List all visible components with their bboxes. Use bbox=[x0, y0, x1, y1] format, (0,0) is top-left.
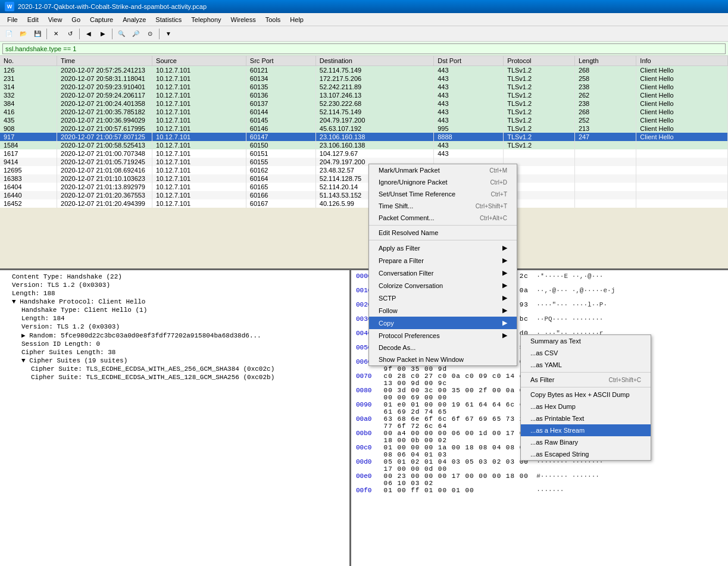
context-menu-item[interactable]: Time Shift...Ctrl+Shift+T bbox=[369, 200, 517, 212]
tree-item[interactable]: Session ID Length: 0 bbox=[2, 340, 347, 348]
context-menu-item[interactable]: Prepare a Filter▶ bbox=[369, 254, 517, 267]
table-row[interactable]: 3842020-12-07 21:00:24.40135810.12.7.101… bbox=[0, 99, 728, 108]
copy-submenu-item[interactable]: ...as a Hex Stream bbox=[521, 424, 651, 436]
col-time[interactable]: Time bbox=[57, 56, 152, 66]
context-menu-item[interactable]: Show Packet in New Window bbox=[369, 354, 517, 365]
copy-submenu-item[interactable]: ...as YAML bbox=[521, 359, 651, 371]
open-btn[interactable]: 📂 bbox=[17, 27, 30, 40]
tree-item[interactable]: Version: TLS 1.2 (0x0303) bbox=[2, 323, 347, 331]
tree-item[interactable]: ▶ Random: 5fce980d22c3bc03a0d0e8f3fdf772… bbox=[2, 331, 347, 340]
filter-input[interactable] bbox=[2, 43, 726, 54]
sep3 bbox=[112, 29, 113, 39]
tree-item[interactable]: Length: 184 bbox=[2, 314, 347, 323]
table-row[interactable]: 1262020-12-07 20:57:25.24121310.12.7.101… bbox=[0, 66, 728, 75]
table-row[interactable]: 164042020-12-07 21:01:13.89297910.12.7.1… bbox=[0, 183, 728, 191]
zoom-out-btn[interactable]: 🔎 bbox=[129, 27, 142, 40]
col-info[interactable]: Info bbox=[636, 56, 728, 66]
close-btn[interactable]: ✕ bbox=[49, 27, 63, 40]
menu-view[interactable]: View bbox=[43, 15, 67, 24]
context-menu-item[interactable]: Packet Comment...Ctrl+Alt+C bbox=[369, 212, 517, 224]
menu-analyze[interactable]: Analyze bbox=[118, 15, 151, 24]
fwd-btn[interactable]: ▶ bbox=[96, 27, 110, 40]
context-menu-item[interactable]: Mark/Unmark PacketCtrl+M bbox=[369, 164, 517, 176]
context-menu-item[interactable]: Apply as Filter▶ bbox=[369, 242, 517, 254]
col-src[interactable]: Source bbox=[152, 56, 246, 66]
menu-capture[interactable]: Capture bbox=[85, 15, 118, 24]
zoom-reset-btn[interactable]: ⊙ bbox=[143, 27, 157, 40]
col-dstport[interactable]: Dst Port bbox=[434, 56, 504, 66]
table-row[interactable]: 9172020-12-07 21:00:57.80712510.12.7.101… bbox=[0, 133, 728, 141]
table-row[interactable]: 2312020-12-07 20:58:31.11804110.12.7.101… bbox=[0, 74, 728, 83]
table-row[interactable]: 163832020-12-07 21:01:10.10362310.12.7.1… bbox=[0, 174, 728, 183]
col-no[interactable]: No. bbox=[0, 56, 57, 66]
menu-item-label: SCTP bbox=[379, 295, 396, 302]
menu-telephony[interactable]: Telephony bbox=[186, 15, 226, 24]
tree-item[interactable]: Content Type: Handshake (22) bbox=[2, 273, 347, 281]
tree-item[interactable]: Cipher Suite: TLS_ECDHE_ECDSA_WITH_AES_2… bbox=[2, 365, 347, 373]
tree-item[interactable]: Cipher Suites Length: 38 bbox=[2, 348, 347, 357]
menu-tools[interactable]: Tools bbox=[261, 15, 286, 24]
context-menu-item[interactable]: SCTP▶ bbox=[369, 292, 517, 304]
table-row[interactable]: 3322020-12-07 20:59:24.20611710.12.7.101… bbox=[0, 91, 728, 99]
col-srcport[interactable]: Src Port bbox=[246, 56, 315, 66]
sep2 bbox=[79, 29, 80, 39]
save-btn[interactable]: 💾 bbox=[31, 27, 44, 40]
tree-item[interactable]: ▼ Handshake Protocol: Client Hello bbox=[2, 298, 347, 306]
col-len[interactable]: Length bbox=[574, 56, 636, 66]
submenu-arrow: ▶ bbox=[502, 307, 507, 314]
copy-submenu-item[interactable]: Copy Bytes as Hex + ASCII Dump bbox=[521, 389, 651, 401]
new-btn[interactable]: 📄 bbox=[2, 27, 15, 40]
context-menu-item[interactable]: Protocol Preferences▶ bbox=[369, 329, 517, 342]
hex-bytes: 05 01 02 01 04 03 05 03 02 03 00 17 00 0… bbox=[384, 458, 533, 473]
filter-bar bbox=[0, 42, 728, 56]
menu-help[interactable]: Help bbox=[285, 15, 308, 24]
filter-btn[interactable]: ▼ bbox=[162, 27, 175, 40]
col-proto[interactable]: Protocol bbox=[504, 56, 575, 66]
col-dst[interactable]: Destination bbox=[315, 56, 433, 66]
context-menu-item[interactable]: Copy▶ bbox=[369, 317, 517, 329]
copy-submenu-item[interactable]: ...as CSV bbox=[521, 347, 651, 359]
table-row[interactable]: 164522020-12-07 21:01:20.49439910.12.7.1… bbox=[0, 199, 728, 208]
copy-submenu-item[interactable]: As FilterCtrl+Shift+C bbox=[521, 374, 651, 386]
tree-item[interactable]: Version: TLS 1.2 (0x0303) bbox=[2, 281, 347, 289]
tree-item[interactable]: Handshake Type: Client Hello (1) bbox=[2, 306, 347, 314]
tree-item[interactable]: Cipher Suite: TLS_ECDHE_ECDSA_WITH_AES_1… bbox=[2, 373, 347, 381]
submenu-arrow: ▶ bbox=[502, 319, 507, 327]
copy-submenu-item[interactable]: ...as Escaped String bbox=[521, 448, 651, 460]
menu-item-label: As Filter bbox=[530, 376, 554, 383]
reload-btn[interactable]: ↺ bbox=[64, 27, 77, 40]
context-menu: Mark/Unmark PacketCtrl+MIgnore/Unignore … bbox=[368, 164, 517, 366]
table-row[interactable]: 9082020-12-07 21:00:57.61799510.12.7.101… bbox=[0, 124, 728, 133]
context-menu-item[interactable]: Follow▶ bbox=[369, 304, 517, 317]
tree-item[interactable]: Length: 188 bbox=[2, 289, 347, 298]
copy-submenu-item[interactable]: Summary as Text bbox=[521, 335, 651, 347]
context-menu-item[interactable]: Conversation Filter▶ bbox=[369, 267, 517, 279]
copy-submenu-item[interactable]: ...as Raw Binary bbox=[521, 436, 651, 448]
table-row[interactable]: 15842020-12-07 21:00:58.52541310.12.7.10… bbox=[0, 141, 728, 149]
context-menu-item[interactable]: Ignore/Unignore PacketCtrl+D bbox=[369, 176, 517, 188]
context-menu-item[interactable]: Set/Unset Time ReferenceCtrl+T bbox=[369, 188, 517, 200]
context-menu-item[interactable]: Colorize Conversation▶ bbox=[369, 279, 517, 292]
submenu-arrow: ▶ bbox=[502, 244, 507, 252]
menu-edit[interactable]: Edit bbox=[23, 15, 43, 24]
menu-go[interactable]: Go bbox=[67, 15, 85, 24]
back-btn[interactable]: ◀ bbox=[82, 27, 95, 40]
copy-submenu-item[interactable]: ...as Printable Text bbox=[521, 412, 651, 424]
hex-bytes: c0 28 c0 27 c0 0a c0 09 c0 14 c0 13 00 9… bbox=[384, 373, 533, 387]
table-row[interactable]: 16172020-12-07 21:01:00.70734810.12.7.10… bbox=[0, 149, 728, 158]
table-row[interactable]: 4352020-12-07 21:00:36.99402910.12.7.101… bbox=[0, 116, 728, 124]
table-row[interactable]: 94142020-12-07 21:01:05.71924510.12.7.10… bbox=[0, 158, 728, 166]
table-row[interactable]: 3142020-12-07 20:59:23.91040110.12.7.101… bbox=[0, 83, 728, 91]
menu-wireless[interactable]: Wireless bbox=[226, 15, 261, 24]
menu-file[interactable]: File bbox=[2, 15, 23, 24]
context-menu-item[interactable]: Edit Resolved Name bbox=[369, 227, 517, 239]
context-menu-item[interactable]: Decode As... bbox=[369, 342, 517, 354]
copy-submenu-item[interactable]: ...as Hex Dump bbox=[521, 401, 651, 412]
zoom-in-btn[interactable]: 🔍 bbox=[115, 27, 128, 40]
table-row[interactable]: 164402020-12-07 21:01:20.36755310.12.7.1… bbox=[0, 191, 728, 199]
tree-item[interactable]: ▼ Cipher Suites (19 suites) bbox=[2, 357, 347, 365]
menu-shortcut: Ctrl+D bbox=[490, 179, 507, 186]
table-row[interactable]: 126952020-12-07 21:01:08.69241610.12.7.1… bbox=[0, 166, 728, 174]
table-row[interactable]: 4162020-12-07 21:00:35.78518210.12.7.101… bbox=[0, 108, 728, 116]
menu-statistics[interactable]: Statistics bbox=[151, 15, 186, 24]
